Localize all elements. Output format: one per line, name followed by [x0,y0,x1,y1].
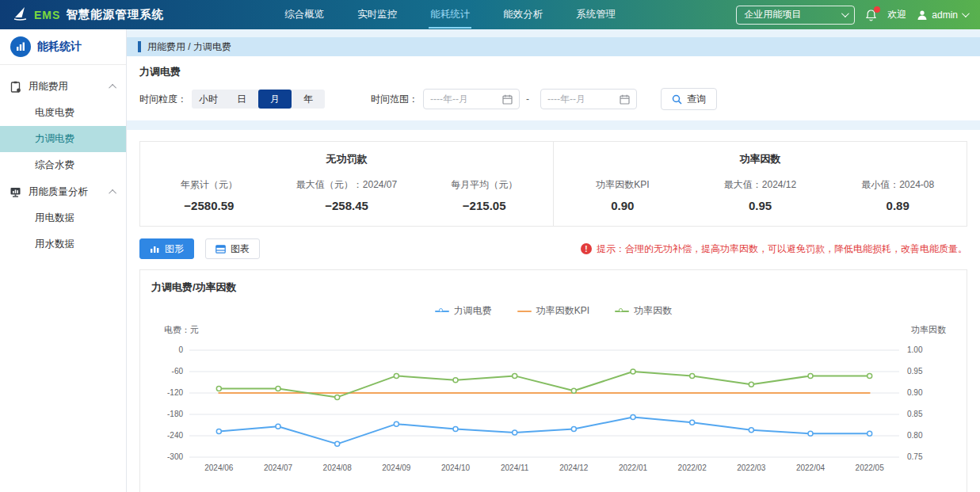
svg-text:2024/10: 2024/10 [441,463,471,472]
clipboard-icon [10,81,21,93]
exclamation-icon: ! [581,243,592,254]
nav-item-energy-stats[interactable]: 能耗统计 [429,1,471,29]
granularity-segment: 小时 日 月 年 [192,90,325,109]
svg-text:2022/01: 2022/01 [619,463,648,472]
chart-legend: 力调电费 功率因数KPI 功率因数 [151,304,955,318]
granularity-year[interactable]: 年 [292,90,325,109]
view-table-button[interactable]: 图表 [205,238,260,259]
user-icon [917,10,928,21]
svg-text:2022/02: 2022/02 [678,463,707,472]
logo-text: EMS [34,9,60,21]
end-date-input[interactable]: ----年--月 [540,89,637,109]
legend-item-power-factor-kpi[interactable]: 功率因数KPI [517,304,589,318]
svg-text:2022/05: 2022/05 [856,463,885,472]
breadcrumb-bar [138,41,141,52]
breadcrumb: 用能费用 / 力调电费 [127,37,980,56]
svg-text:-60: -60 [172,367,184,376]
chevron-down-icon [962,10,970,17]
project-select[interactable]: 企业用能项目 [736,6,855,25]
chevron-up-icon [109,189,116,196]
page-title: 力调电费 [139,65,967,79]
app-title: 智慧能源管理系统 [66,7,164,22]
sidebar-group-energy-cost[interactable]: 用能费用 [0,73,126,100]
notification-bell-icon[interactable] [865,9,877,21]
svg-text:2024/09: 2024/09 [382,463,411,472]
filter-panel: 力调电费 时间粒度： 小时 日 月 年 时间范围： ----年--月 - ---… [127,56,980,120]
sidebar-menu: 用能费用 电度电费 力调电费 综合水费 用能质量分析 用电数据 用水数据 [0,65,126,257]
svg-text:2024/11: 2024/11 [501,463,529,472]
brand: EMS 智慧能源管理系统 [13,6,164,24]
stat-annual-total: 年累计（元） −2580.59 [140,178,278,212]
svg-text:-240: -240 [167,431,183,440]
line-chart: 01.00-600.95-1200.90-1800.85-2400.80-300… [151,339,955,477]
monitor-chart-icon [10,186,21,198]
nav-item-overview[interactable]: 综合概览 [283,1,326,29]
start-date-input[interactable]: ----年--月 [423,89,520,109]
legend-item-power-factor[interactable]: 功率因数 [615,304,672,318]
svg-text:0.85: 0.85 [907,410,923,418]
query-button[interactable]: 查询 [661,88,717,110]
logo-icon [13,6,29,24]
sidebar-header: 能耗统计 [0,29,126,65]
stat-power-factor-max: 最大值：2024/12 0.95 [692,178,829,212]
right-axis-name: 功率因数 [911,324,946,336]
legend-item-lidiao-fee[interactable]: 力调电费 [435,304,492,318]
svg-text:0: 0 [178,345,183,354]
chart-card: 力调电费/功率因数 力调电费 功率因数KPI 功率因数 [139,269,967,492]
notification-badge [874,6,880,13]
reactive-penalty-section: 无功罚款 年累计（元） −2580.59 最大值（元）：2024/07 −258… [140,142,553,226]
sidebar-item-power-factor-fee[interactable]: 力调电费 [0,126,126,152]
content-area: 用能费用 / 力调电费 力调电费 时间粒度： 小时 日 月 年 时间范围： --… [127,29,980,492]
left-axis-name: 电费：元 [164,324,199,336]
end-date-placeholder: ----年--月 [547,93,585,106]
axis-names: 电费：元 功率因数 [151,324,955,336]
bar-chart-icon [150,244,160,254]
svg-text:2022/03: 2022/03 [737,463,766,472]
svg-text:2024/12: 2024/12 [559,463,589,472]
granularity-month[interactable]: 月 [258,90,292,109]
svg-text:0.75: 0.75 [907,452,923,461]
sidebar-item-water-fee[interactable]: 综合水费 [0,152,126,178]
power-factor-section: 功率因数 功率因数KPI 0.90 最大值：2024/12 0.95 最小值：2… [553,142,967,226]
svg-text:2022/04: 2022/04 [796,463,826,472]
user-menu[interactable]: admin [917,10,967,21]
search-icon [672,94,682,105]
svg-text:-300: -300 [167,452,183,461]
nav-item-system-management[interactable]: 系统管理 [574,1,617,29]
stats-card: 无功罚款 年累计（元） −2580.59 最大值（元）：2024/07 −258… [139,141,967,227]
tip-notice: ! 提示：合理的无功补偿，提高功率因数，可以避免罚款，降低电能损耗，改善电能质量… [581,242,967,256]
header-right: 企业用能项目 欢迎 admin [736,6,967,25]
svg-text:-120: -120 [167,388,183,397]
stat-monthly-average: 每月平均（元） −215.05 [415,178,553,212]
calendar-icon [620,94,630,105]
stat-power-factor-kpi: 功率因数KPI 0.90 [554,178,692,212]
granularity-day[interactable]: 日 [225,90,258,109]
chart-title: 力调电费/功率因数 [151,280,955,295]
start-date-placeholder: ----年--月 [430,93,468,106]
table-icon [215,245,226,254]
main-panel: 无功罚款 年累计（元） −2580.59 最大值（元）：2024/07 −258… [127,130,980,492]
sidebar-item-electricity-data[interactable]: 用电数据 [0,205,126,231]
stat-max-penalty: 最大值（元）：2024/07 −258.45 [278,178,416,212]
nav-item-realtime-monitor[interactable]: 实时监控 [356,1,398,29]
app-header: EMS 智慧能源管理系统 综合概览 实时监控 能耗统计 能效分析 系统管理 企业… [0,0,980,29]
svg-text:-180: -180 [167,410,183,418]
granularity-hour[interactable]: 小时 [192,90,225,109]
nav-item-efficiency-analysis[interactable]: 能效分析 [501,1,544,29]
sidebar-item-electricity-fee[interactable]: 电度电费 [0,100,126,126]
chevron-down-icon [841,10,849,17]
svg-text:0.80: 0.80 [907,431,923,440]
top-nav: 综合概览 实时监控 能耗统计 能效分析 系统管理 [283,1,617,29]
chevron-up-icon [109,83,116,91]
sidebar-item-water-data[interactable]: 用水数据 [0,231,126,257]
sidebar-title: 能耗统计 [37,40,82,54]
sidebar: 能耗统计 用能费用 电度电费 力调电费 综合水费 用能质量分析 用电数据 用水数… [0,29,127,492]
sidebar-group-quality-analysis[interactable]: 用能质量分析 [0,178,126,205]
svg-text:0.95: 0.95 [907,367,923,376]
svg-text:2024/06: 2024/06 [204,463,234,472]
svg-text:1.00: 1.00 [907,345,923,354]
svg-text:2024/08: 2024/08 [323,463,353,472]
range-separator: - [526,93,529,105]
energy-stats-module-icon [10,36,31,57]
view-graph-button[interactable]: 图形 [139,238,194,259]
